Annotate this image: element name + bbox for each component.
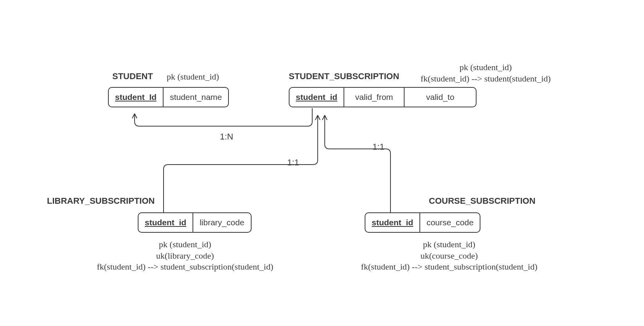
course-subscription-constraints: pk (student_id) uk(course_code) fk(stude… [342, 239, 557, 273]
arrowhead-student [132, 114, 137, 118]
course-subscription-entity-title: COURSE_SUBSCRIPTION [429, 196, 536, 206]
library-subscription-constraints: pk (student_id) uk(library_code) fk(stud… [77, 239, 293, 273]
constraint-line: uk(library_code) [156, 251, 214, 261]
constraint-line: fk(student_id) --> student(student_id) [421, 74, 551, 83]
library-subscription-entity-title: LIBRARY_SUBSCRIPTION [47, 196, 155, 206]
constraint-line: pk (student_id) [167, 72, 219, 82]
er-diagram: STUDENT pk (student_id) student_Id stude… [0, 0, 644, 326]
student-table: student_Id student_name [108, 87, 229, 107]
student-subscription-entity-title: STUDENT_SUBSCRIPTION [289, 71, 399, 82]
student-constraints: pk (student_id) [167, 71, 219, 83]
course-subscription-col-code: course_code [419, 213, 480, 232]
constraint-line: fk(student_id) --> student_subscription(… [97, 262, 273, 272]
course-subscription-table: student_id course_code [365, 212, 480, 233]
student-subscription-col-pk: student_id [290, 88, 344, 107]
student-subscription-constraints: pk (student_id) fk(student_id) --> stude… [421, 62, 551, 84]
cardinality-student-subscription: 1:N [220, 132, 233, 142]
student-subscription-table: student_id valid_from valid_to [289, 87, 477, 107]
constraint-line: uk(course_code) [421, 251, 478, 261]
constraint-line: fk(student_id) --> student_subscription(… [361, 262, 537, 272]
edge-subscription-to-student [135, 108, 312, 126]
student-subscription-col-valid-from: valid_from [344, 88, 404, 107]
course-subscription-col-pk: student_id [365, 213, 419, 232]
cardinality-subscription-library: 1:1 [287, 158, 299, 168]
student-col-pk: student_Id [109, 88, 163, 107]
student-col-name: student_name [163, 88, 228, 107]
student-subscription-col-valid-to: valid_to [404, 88, 476, 107]
library-subscription-table: student_id library_code [138, 212, 252, 233]
library-subscription-col-code: library_code [192, 213, 250, 232]
cardinality-subscription-course: 1:1 [372, 142, 385, 152]
library-subscription-col-pk: student_id [139, 213, 192, 232]
arrowhead-subscription-right [322, 115, 327, 120]
arrowhead-subscription-left [315, 115, 320, 120]
constraint-line: pk (student_id) [159, 239, 211, 249]
connectors [0, 0, 644, 326]
edge-course-to-subscription [325, 115, 390, 212]
student-entity-title: STUDENT [112, 71, 153, 82]
constraint-line: pk (student_id) [423, 239, 475, 249]
constraint-line: pk (student_id) [459, 62, 512, 72]
